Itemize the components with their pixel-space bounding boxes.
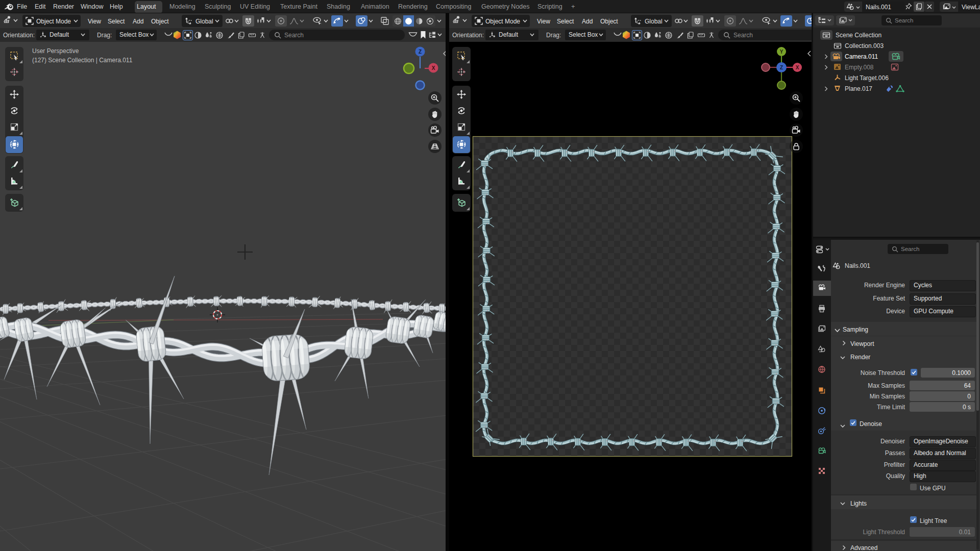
svg-text:Y: Y [780,49,783,55]
svg-text:Z: Z [419,49,422,55]
svg-text:Z: Z [780,65,783,70]
svg-text:X: X [796,65,799,70]
svg-text:X: X [432,65,435,71]
